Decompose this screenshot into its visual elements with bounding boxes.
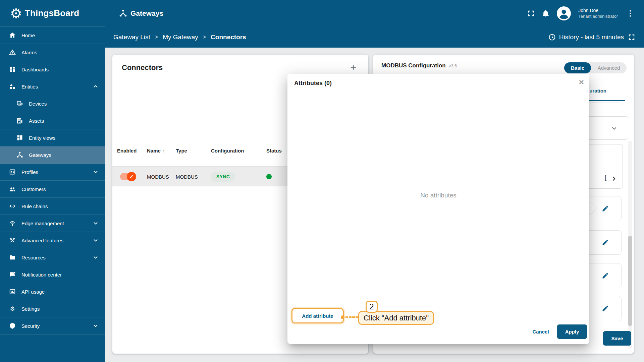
close-icon[interactable]: ×	[579, 78, 584, 86]
gateways-icon	[119, 9, 127, 17]
alarm-icon	[9, 49, 16, 56]
thingsboard-app: ⚙ ThingsBoard HomeAlarmsDashboardsEntiti…	[0, 0, 644, 362]
advanced-features-icon	[9, 237, 16, 244]
customers-icon	[9, 186, 16, 192]
api-usage-icon	[9, 288, 16, 295]
sidebar-item-label: Security	[21, 323, 40, 329]
config-version: v3.6	[449, 63, 457, 68]
sidebar-item-notification-center[interactable]: Notification center	[0, 266, 105, 283]
home-icon	[9, 32, 16, 39]
settings-icon: ⚙	[9, 306, 16, 312]
header-actions: John Doe Tenant administrator ⋮	[527, 0, 635, 27]
add-connector-button[interactable]: +	[350, 63, 356, 73]
attributes-dialog: Attributes (0) × No attributes Add attri…	[287, 74, 589, 344]
chevron-up-icon	[93, 84, 98, 89]
connector-enabled-toggle[interactable]: ✓	[120, 167, 134, 187]
breadcrumb-separator: >	[155, 34, 158, 40]
sidebar-item-label: Entity views	[29, 135, 55, 141]
avatar[interactable]	[557, 6, 571, 20]
sidebar-item-label: API usage	[21, 289, 45, 295]
sidebar-item-advanced-features[interactable]: Advanced features	[0, 232, 105, 249]
sidebar-item-edge-management[interactable]: Edge management	[0, 215, 105, 232]
entities-icon	[9, 83, 16, 90]
mode-advanced-button[interactable]: Advanced	[591, 65, 627, 71]
fullscreen-icon[interactable]	[527, 10, 535, 17]
connector-status-dot	[266, 167, 272, 187]
assets-icon	[16, 117, 23, 124]
column-header-configuration[interactable]: Configuration	[211, 148, 244, 154]
resources-icon	[9, 254, 16, 261]
security-icon	[9, 322, 16, 329]
clock-icon	[548, 34, 556, 41]
cancel-button[interactable]: Cancel	[528, 324, 553, 339]
dialog-title: Attributes (0)	[294, 80, 332, 87]
mode-basic-button[interactable]: Basic	[564, 62, 591, 73]
sidebar-item-label: Customers	[21, 186, 46, 192]
edge-management-icon	[9, 220, 16, 227]
sidebar-item-rule-chains[interactable]: Rule chains	[0, 198, 105, 215]
user-role: Tenant administrator	[578, 14, 618, 19]
sidebar-item-entity-views[interactable]: Entity views	[0, 129, 105, 146]
connector-name: MODBUS	[147, 167, 169, 187]
sidebar-item-label: Advanced features	[21, 238, 63, 243]
sidebar-item-api-usage[interactable]: API usage	[0, 283, 105, 300]
app-name: ThingsBoard	[25, 8, 79, 18]
page-title-wrap: Gateways	[119, 9, 163, 17]
toggle-track: ✓	[120, 173, 134, 180]
column-header-name[interactable]: Name↑	[147, 148, 165, 154]
connector-type: MODBUS	[176, 167, 198, 187]
sidebar: ⚙ ThingsBoard HomeAlarmsDashboardsEntiti…	[0, 0, 105, 362]
add-attribute-button[interactable]: Add attribute	[291, 308, 344, 323]
rule-chains-icon	[9, 203, 16, 209]
breadcrumb-my-gateway[interactable]: My Gateway	[163, 34, 198, 41]
column-header-enabled[interactable]: Enabled	[117, 148, 137, 154]
sidebar-item-alarms[interactable]: Alarms	[0, 44, 105, 61]
sidebar-item-label: Assets	[29, 118, 44, 124]
sidebar-item-label: Resources	[21, 255, 46, 260]
column-header-type[interactable]: Type	[176, 148, 187, 154]
scrollbar-thumb[interactable]	[628, 236, 632, 326]
devices-icon	[16, 100, 23, 107]
dashboards-icon	[9, 66, 16, 73]
sidebar-item-gateways[interactable]: Gateways	[0, 146, 105, 164]
sidebar-item-assets[interactable]: Assets	[0, 112, 105, 129]
profiles-icon	[9, 169, 16, 175]
sidebar-item-resources[interactable]: Resources	[0, 249, 105, 266]
sidebar-item-entities[interactable]: Entities	[0, 78, 105, 95]
sidebar-item-customers[interactable]: Customers	[0, 181, 105, 198]
empty-state-text: No attributes	[287, 192, 589, 199]
more-vertical-icon[interactable]: ⋮	[625, 9, 635, 18]
toggle-check-icon: ✓	[127, 172, 136, 181]
edit-pencil-icon[interactable]	[601, 239, 609, 246]
save-button[interactable]: Save	[603, 331, 631, 346]
sidebar-item-label: Home	[21, 33, 35, 38]
sidebar-item-dashboards[interactable]: Dashboards	[0, 61, 105, 78]
sidebar-item-settings[interactable]: ⚙Settings	[0, 300, 105, 317]
sidebar-item-label: Edge management	[21, 221, 64, 226]
chevron-down-icon	[93, 255, 98, 260]
sidebar-item-label: Rule chains	[21, 203, 48, 209]
app-logo[interactable]: ⚙ ThingsBoard	[0, 0, 105, 27]
edit-pencil-icon[interactable]	[601, 305, 609, 312]
column-header-status[interactable]: Status	[266, 148, 282, 154]
fullscreen-icon[interactable]	[628, 34, 635, 41]
edit-pencil-icon[interactable]	[601, 205, 609, 213]
sidebar-item-home[interactable]: Home	[0, 27, 105, 44]
breadcrumb-gateway-list[interactable]: Gateway List	[113, 34, 150, 41]
annotation-connector-line	[345, 316, 358, 318]
breadcrumb-separator: >	[203, 34, 206, 40]
sidebar-item-devices[interactable]: Devices	[0, 95, 105, 112]
sidebar-item-security[interactable]: Security	[0, 317, 105, 335]
sidebar-item-label: Notification center	[21, 272, 62, 278]
chevron-right-icon[interactable]	[611, 176, 617, 182]
apply-button[interactable]: Apply	[557, 324, 587, 339]
sidebar-item-label: Devices	[29, 101, 47, 107]
notifications-bell-icon[interactable]	[542, 10, 549, 17]
chevron-down-icon	[93, 169, 98, 175]
sidebar-item-label: Profiles	[21, 169, 38, 175]
sidebar-item-label: Alarms	[21, 50, 37, 55]
sidebar-item-label: Entities	[21, 84, 38, 89]
edit-pencil-icon[interactable]	[601, 272, 609, 280]
sidebar-item-profiles[interactable]: Profiles	[0, 164, 105, 181]
history-range-button[interactable]: History - last 5 minutes	[548, 34, 624, 41]
